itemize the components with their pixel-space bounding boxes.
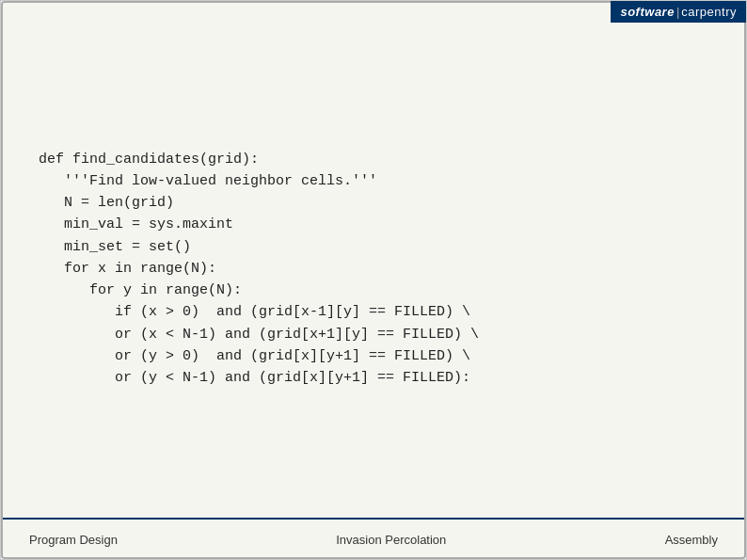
- footer-right: Assembly: [665, 533, 718, 547]
- code-line-5: min_set = set(): [39, 239, 191, 255]
- brand-software: software: [620, 5, 674, 19]
- main-content: def find_candidates(grid): '''Find low-v…: [1, 1, 746, 518]
- code-line-9: or (x < N-1) and (grid[x+1][y] == FILLED…: [39, 327, 479, 343]
- code-line-3: N = len(grid): [39, 195, 174, 211]
- footer-left: Program Design: [29, 533, 118, 547]
- code-line-10: or (y > 0) and (grid[x][y+1] == FILLED) …: [39, 348, 470, 364]
- slide: software | carpentry def find_candidates…: [0, 0, 747, 560]
- code-line-4: min_val = sys.maxint: [39, 216, 233, 232]
- code-line-2: '''Find low-valued neighbor cells.''': [39, 173, 377, 189]
- code-line-11: or (y < N-1) and (grid[x][y+1] == FILLED…: [39, 370, 470, 386]
- code-block: def find_candidates(grid): '''Find low-v…: [39, 126, 708, 410]
- code-line-1: def find_candidates(grid):: [39, 152, 259, 168]
- brand-bar: software | carpentry: [611, 1, 746, 23]
- brand-carpentry: carpentry: [681, 5, 737, 19]
- footer: Program Design Invasion Percolation Asse…: [1, 518, 746, 559]
- footer-center: Invasion Percolation: [336, 533, 446, 547]
- code-line-6: for x in range(N):: [39, 261, 216, 277]
- code-line-8: if (x > 0) and (grid[x-1][y] == FILLED) …: [39, 304, 470, 320]
- brand-separator: |: [676, 5, 679, 19]
- code-line-7: for y in range(N):: [39, 282, 242, 298]
